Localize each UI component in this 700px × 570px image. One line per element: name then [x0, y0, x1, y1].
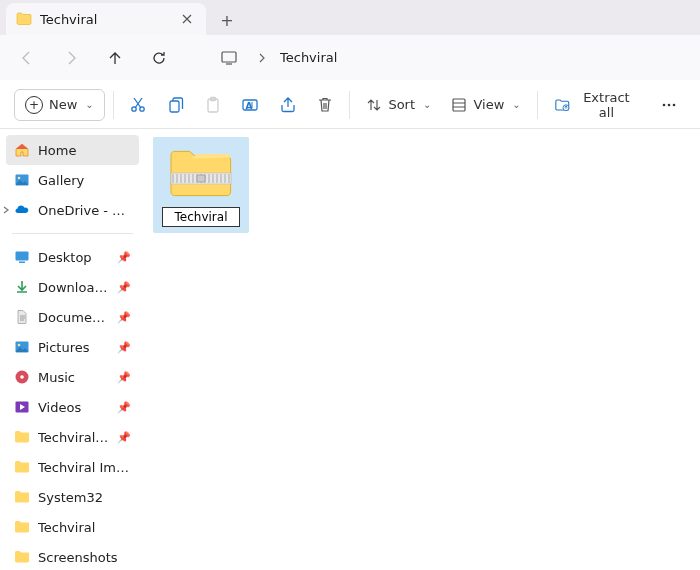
pc-icon[interactable]	[214, 43, 244, 73]
file-rename-input[interactable]	[162, 207, 240, 227]
view-button[interactable]: View ⌄	[443, 89, 528, 121]
file-item-zip[interactable]	[153, 137, 249, 233]
svg-rect-16	[19, 262, 25, 264]
sidebar-item-videos[interactable]: Videos 📌	[6, 392, 139, 422]
navigation-sidebar: Home Gallery OneDrive - Persona Desktop …	[0, 129, 145, 570]
folder-icon	[14, 519, 30, 535]
sidebar-item-label: Techviral Docum	[38, 430, 109, 445]
sidebar-item-folder[interactable]: Techviral Docum 📌	[6, 422, 139, 452]
share-button[interactable]	[271, 89, 304, 121]
music-icon	[14, 369, 30, 385]
sidebar-item-folder[interactable]: Techviral Images	[6, 452, 139, 482]
sidebar-item-folder[interactable]: Screenshots	[6, 542, 139, 570]
sidebar-separator	[12, 233, 133, 234]
folder-icon	[14, 549, 30, 565]
back-button[interactable]	[12, 43, 42, 73]
forward-button[interactable]	[56, 43, 86, 73]
onedrive-icon	[14, 202, 30, 218]
sidebar-item-label: Desktop	[38, 250, 92, 265]
folder-icon	[14, 459, 30, 475]
more-button[interactable]	[653, 89, 686, 121]
sidebar-item-desktop[interactable]: Desktop 📌	[6, 242, 139, 272]
main-area: Home Gallery OneDrive - Persona Desktop …	[0, 129, 700, 570]
pin-icon: 📌	[117, 311, 131, 324]
svg-point-14	[18, 177, 21, 180]
svg-point-12	[673, 103, 676, 106]
sidebar-item-label: OneDrive - Persona	[38, 203, 131, 218]
folder-icon	[14, 429, 30, 445]
new-tab-button[interactable]: +	[212, 5, 242, 35]
svg-point-10	[663, 103, 666, 106]
sidebar-item-music[interactable]: Music 📌	[6, 362, 139, 392]
sidebar-item-onedrive[interactable]: OneDrive - Persona	[6, 195, 139, 225]
svg-rect-0	[222, 52, 236, 62]
close-tab-button[interactable]	[178, 10, 196, 28]
new-label: New	[49, 97, 77, 112]
pin-icon: 📌	[117, 431, 131, 444]
rename-button[interactable]: A	[234, 89, 267, 121]
sidebar-item-label: Documents	[38, 310, 109, 325]
extract-label: Extract all	[576, 90, 637, 120]
sidebar-item-gallery[interactable]: Gallery	[6, 165, 139, 195]
sort-label: Sort	[388, 97, 415, 112]
sidebar-item-label: Music	[38, 370, 75, 385]
sidebar-item-label: System32	[38, 490, 103, 505]
pin-icon: 📌	[117, 341, 131, 354]
extract-all-button[interactable]: Extract all	[546, 89, 645, 121]
up-button[interactable]	[100, 43, 130, 73]
svg-rect-3	[170, 101, 179, 112]
pin-icon: 📌	[117, 371, 131, 384]
desktop-icon	[14, 249, 30, 265]
folder-icon	[14, 489, 30, 505]
command-toolbar: + New ⌄ A Sort ⌄ View ⌄ Extract all	[0, 81, 700, 129]
cut-button[interactable]	[122, 89, 155, 121]
gallery-icon	[14, 172, 30, 188]
navigation-bar: Techviral	[0, 35, 700, 81]
svg-point-20	[20, 375, 24, 379]
view-label: View	[473, 97, 504, 112]
sidebar-item-label: Screenshots	[38, 550, 118, 565]
sidebar-item-label: Techviral	[38, 520, 95, 535]
home-icon	[14, 142, 30, 158]
new-button[interactable]: + New ⌄	[14, 89, 105, 121]
sidebar-item-folder[interactable]: System32	[6, 482, 139, 512]
tab-title: Techviral	[40, 12, 97, 27]
delete-button[interactable]	[308, 89, 341, 121]
chevron-right-icon	[258, 53, 266, 63]
sidebar-item-label: Techviral Images	[38, 460, 131, 475]
videos-icon	[14, 399, 30, 415]
sidebar-item-label: Gallery	[38, 173, 84, 188]
file-pane[interactable]	[145, 129, 700, 570]
expand-caret-icon[interactable]	[2, 206, 10, 214]
sidebar-item-pictures[interactable]: Pictures 📌	[6, 332, 139, 362]
svg-text:A: A	[246, 100, 253, 110]
separator	[537, 91, 538, 119]
window-tab[interactable]: Techviral	[6, 3, 206, 35]
sidebar-item-documents[interactable]: Documents 📌	[6, 302, 139, 332]
chevron-down-icon: ⌄	[85, 99, 93, 110]
sidebar-item-label: Pictures	[38, 340, 89, 355]
sidebar-item-folder[interactable]: Techviral	[6, 512, 139, 542]
sidebar-item-label: Home	[38, 143, 76, 158]
svg-rect-8	[453, 99, 465, 111]
pin-icon: 📌	[117, 401, 131, 414]
title-bar: Techviral +	[0, 0, 700, 35]
separator	[349, 91, 350, 119]
pin-icon: 📌	[117, 251, 131, 264]
copy-button[interactable]	[159, 89, 192, 121]
folder-icon	[16, 11, 32, 27]
separator	[113, 91, 114, 119]
svg-point-18	[18, 344, 21, 347]
sort-button[interactable]: Sort ⌄	[358, 89, 439, 121]
pin-icon: 📌	[117, 281, 131, 294]
pictures-icon	[14, 339, 30, 355]
downloads-icon	[14, 279, 30, 295]
plus-icon: +	[25, 96, 43, 114]
chevron-down-icon: ⌄	[512, 99, 520, 110]
breadcrumb-current[interactable]: Techviral	[280, 50, 337, 65]
paste-button[interactable]	[196, 89, 229, 121]
sidebar-item-downloads[interactable]: Downloads 📌	[6, 272, 139, 302]
svg-point-11	[668, 103, 671, 106]
refresh-button[interactable]	[144, 43, 174, 73]
sidebar-item-home[interactable]: Home	[6, 135, 139, 165]
